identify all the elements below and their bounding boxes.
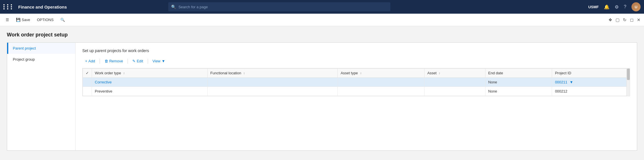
table-row[interactable]: Preventive None 000212 <box>83 87 630 96</box>
col-asset-type[interactable]: Asset type ↑ <box>338 69 424 78</box>
grid-menu-icon[interactable] <box>3 4 14 9</box>
search-input[interactable] <box>168 2 390 11</box>
sort-arrow-asset-type: ↑ <box>360 71 362 75</box>
action-sep-3 <box>148 59 148 64</box>
page-title: Work order project setup <box>7 32 637 38</box>
scrollbar-right[interactable] <box>626 68 630 96</box>
toolbar-right: ❖ ▢ ↻ ◻ ✕ <box>608 17 641 22</box>
notification-icon[interactable]: 🔔 <box>604 4 610 10</box>
asset-type-cell-2[interactable] <box>338 87 424 96</box>
edit-button[interactable]: ✎ Edit <box>130 58 146 65</box>
toolbar: ☰ 💾 Save OPTIONS 🔍 ❖ ▢ ↻ ◻ ✕ <box>0 14 644 26</box>
action-bar: + Add 🗑 Remove ✎ Edit View ▼ <box>82 58 630 65</box>
avatar[interactable]: U <box>631 2 641 11</box>
row-check-2[interactable] <box>83 87 92 96</box>
table-wrapper: ✓ Work order type ↑ Functional location … <box>82 68 630 96</box>
diamond-icon[interactable]: ❖ <box>608 17 612 22</box>
asset-type-cell-1[interactable] <box>338 78 424 87</box>
scrollbar-thumb[interactable] <box>627 69 630 80</box>
office-icon[interactable]: ▢ <box>616 17 620 22</box>
sidebar-item-parent-project[interactable]: Parent project <box>7 43 75 54</box>
row-check-1[interactable] <box>83 78 92 87</box>
sidebar: Parent project Project group <box>7 43 75 150</box>
work-order-type-cell-2[interactable]: Preventive <box>92 87 208 96</box>
functional-location-cell-2[interactable] <box>207 87 338 96</box>
end-date-cell-2[interactable]: None <box>485 87 552 96</box>
asset-cell-1[interactable] <box>424 78 485 87</box>
page-body: Work order project setup Parent project … <box>0 26 644 156</box>
add-icon: + <box>85 59 87 63</box>
end-date-cell-1[interactable]: None <box>485 78 552 87</box>
search-toolbar-icon: 🔍 <box>60 18 65 22</box>
sort-arrow-asset: ↑ <box>439 71 440 75</box>
search-container: 🔍 <box>168 2 390 11</box>
sort-arrow-work-order: ↑ <box>123 71 125 75</box>
work-order-type-cell-1[interactable]: Corrective <box>92 78 208 87</box>
table-row[interactable]: Corrective None 000211 ▼ <box>83 78 630 87</box>
project-id-cell-1[interactable]: 000211 ▼ <box>552 78 630 87</box>
col-end-date[interactable]: End date <box>485 69 552 78</box>
asset-cell-2[interactable] <box>424 87 485 96</box>
check-header: ✓ <box>83 69 92 78</box>
action-sep-2 <box>128 59 128 64</box>
expand-icon[interactable]: ◻ <box>630 17 633 22</box>
functional-location-cell-1[interactable] <box>207 78 338 87</box>
trash-icon: 🗑 <box>104 59 108 63</box>
refresh-icon[interactable]: ↻ <box>623 17 627 22</box>
app-title: Finance and Operations <box>18 5 67 9</box>
user-label: USMF <box>588 5 599 9</box>
project-id-cell-2[interactable]: 000212 <box>552 87 630 96</box>
close-icon[interactable]: ✕ <box>637 17 641 22</box>
top-nav-right: USMF 🔔 ⚙ ? U <box>588 2 641 11</box>
col-functional-location[interactable]: Functional location ↑ <box>207 69 338 78</box>
table-header-row: ✓ Work order type ↑ Functional location … <box>83 69 630 78</box>
sort-arrow-func-loc: ↑ <box>243 71 245 75</box>
save-button[interactable]: 💾 Save <box>14 17 32 23</box>
hamburger-icon: ☰ <box>6 18 9 22</box>
dropdown-arrow-icon[interactable]: ▼ <box>569 80 573 84</box>
hamburger-button[interactable]: ☰ <box>3 17 11 23</box>
help-icon[interactable]: ? <box>624 4 626 9</box>
sidebar-item-project-group[interactable]: Project group <box>7 54 75 65</box>
col-work-order-type[interactable]: Work order type ↑ <box>92 69 208 78</box>
view-button[interactable]: View ▼ <box>150 58 168 65</box>
main-content: Parent project Project group Set up pare… <box>7 42 637 151</box>
add-button[interactable]: + Add <box>82 58 98 65</box>
chevron-down-icon: ▼ <box>162 59 165 63</box>
data-table: ✓ Work order type ↑ Functional location … <box>83 68 630 96</box>
search-icon: 🔍 <box>171 5 176 9</box>
content-area: Set up parent projects for work orders +… <box>75 43 637 150</box>
col-asset[interactable]: Asset ↑ <box>424 69 485 78</box>
section-title: Set up parent projects for work orders <box>82 48 630 53</box>
top-nav: Finance and Operations 🔍 USMF 🔔 ⚙ ? U <box>0 0 644 14</box>
save-icon: 💾 <box>16 18 20 22</box>
action-sep-1 <box>100 59 100 64</box>
col-project-id[interactable]: Project ID <box>552 69 630 78</box>
edit-icon: ✎ <box>132 59 136 63</box>
remove-button[interactable]: 🗑 Remove <box>102 58 126 65</box>
search-toolbar-button[interactable]: 🔍 <box>58 17 67 23</box>
settings-icon[interactable]: ⚙ <box>615 4 619 10</box>
options-button[interactable]: OPTIONS <box>35 17 56 23</box>
